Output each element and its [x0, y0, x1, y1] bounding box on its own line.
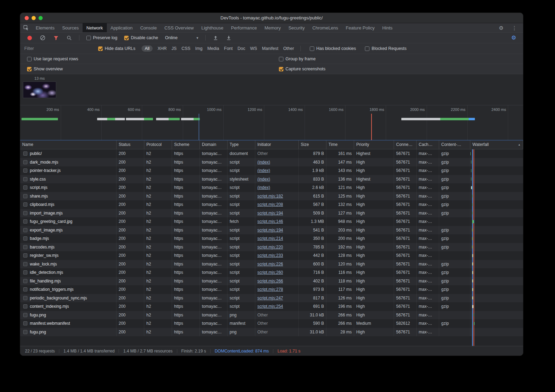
request-row-fugu-png[interactable]: fugu.png200h2httpstomayac…pngOther31.0 k… — [20, 328, 523, 337]
request-row-public[interactable]: public/200h2httpstomayac…documentOther87… — [20, 149, 523, 158]
throttling-select[interactable]: Online ▾ — [165, 35, 198, 40]
column-header-name[interactable]: Name — [20, 140, 117, 149]
request-row-badge-mjs[interactable]: badge.mjs200h2httpstomayac…scriptscript.… — [20, 234, 523, 243]
request-row-manifest-webmanifest[interactable]: manifest.webmanifest200h2httpstomayac…ma… — [20, 319, 523, 328]
timeline-overview[interactable]: 200 ms400 ms600 ms800 ms1000 ms1200 ms14… — [20, 105, 523, 140]
import-har-icon[interactable] — [223, 35, 235, 41]
initiator-link[interactable]: (index) — [257, 177, 270, 182]
initiator-link[interactable]: script.mjs:194 — [257, 228, 283, 233]
column-header-time[interactable]: Time — [326, 140, 354, 149]
request-row-share-mjs[interactable]: share.mjs200h2httpstomayac…scriptscript.… — [20, 192, 523, 201]
column-header-priority[interactable]: Priority — [354, 140, 394, 149]
initiator-link[interactable]: script.mjs:226 — [257, 262, 283, 267]
column-header-size[interactable]: Size — [299, 140, 326, 149]
tab-hints[interactable]: Hints — [378, 23, 396, 32]
close-window-button[interactable] — [25, 16, 29, 20]
tab-application[interactable]: Application — [107, 23, 137, 32]
use-large-request-rows-checkbox[interactable]: Use large request rows — [27, 56, 78, 61]
filter-pill-media[interactable]: Media — [207, 46, 219, 51]
request-row-notification-triggers-mjs[interactable]: notification_triggers.mjs200h2httpstomay… — [20, 285, 523, 294]
request-row-barcodes-mjs[interactable]: barcodes.mjs200h2httpstomayac…scriptscri… — [20, 243, 523, 252]
column-header-conne[interactable]: Conne… — [394, 140, 417, 149]
request-row-dark-mode-mjs[interactable]: dark_mode.mjs200h2httpstomayac…script(in… — [20, 158, 523, 167]
filter-pill-css[interactable]: CSS — [181, 46, 190, 51]
tab-chromelens[interactable]: ChromeLens — [308, 23, 342, 32]
initiator-link[interactable]: script.mjs:233 — [257, 253, 283, 258]
initiator-link[interactable]: script.mjs:208 — [257, 202, 283, 207]
settings-gear-icon[interactable]: ⚙ — [495, 25, 507, 31]
request-row-periodic-background-sync-mjs[interactable]: periodic_background_sync.mjs200h2httpsto… — [20, 294, 523, 303]
request-row-file-handling-mjs[interactable]: file_handling.mjs200h2httpstomayac…scrip… — [20, 277, 523, 286]
column-header-protocol[interactable]: Protocol — [144, 140, 172, 149]
initiator-link[interactable]: (index) — [257, 160, 270, 165]
tab-performance[interactable]: Performance — [227, 23, 261, 32]
blocked-requests-checkbox[interactable]: Blocked Requests — [365, 46, 407, 51]
clear-network-log-icon[interactable] — [37, 35, 49, 41]
group-by-frame-checkbox[interactable]: Group by frame — [279, 56, 316, 61]
filter-pill-all[interactable]: All — [142, 45, 153, 52]
request-row-fugu-png[interactable]: fugu.png200h2httpstomayac…pngOther31.0 k… — [20, 311, 523, 320]
tab-lighthouse[interactable]: Lighthouse — [197, 23, 227, 32]
search-icon[interactable] — [63, 35, 75, 41]
request-row-import-image-mjs[interactable]: import_image.mjs200h2httpstomayac…script… — [20, 209, 523, 218]
filter-pill-doc[interactable]: Doc — [238, 46, 245, 51]
request-row-style-css[interactable]: style.css200h2httpstomayac…stylesheet(in… — [20, 175, 523, 184]
column-header-waterfall[interactable]: Waterfall▲ — [470, 140, 523, 149]
initiator-link[interactable]: script.mjs:194 — [257, 211, 283, 216]
filter-pill-other[interactable]: Other — [283, 46, 294, 51]
export-har-icon[interactable] — [210, 35, 222, 41]
initiator-link[interactable]: script.mjs:247 — [257, 296, 283, 300]
request-row-fugu-greeting-card-jpg[interactable]: fugu_greeting_card.jpg200h2httpstomayac…… — [20, 217, 523, 226]
request-row-wake-lock-mjs[interactable]: wake_lock.mjs200h2httpstomayac…scriptscr… — [20, 260, 523, 269]
initiator-link[interactable]: (index) — [257, 168, 270, 173]
tab-elements[interactable]: Elements — [32, 23, 58, 32]
filter-pill-js[interactable]: JS — [172, 46, 177, 51]
request-row-idle-detection-mjs[interactable]: idle_detection.mjs200h2httpstomayac…scri… — [20, 268, 523, 277]
initiator-link[interactable]: script.mjs:214 — [257, 236, 283, 241]
column-header-cach[interactable]: Cach… — [417, 140, 439, 149]
tab-css-overview[interactable]: CSS Overview — [161, 23, 198, 32]
column-header-content[interactable]: Content-… — [439, 140, 470, 149]
tab-security[interactable]: Security — [284, 23, 308, 32]
request-row-content-indexing-mjs[interactable]: content_indexing.mjs200h2httpstomayac…sc… — [20, 302, 523, 311]
tab-memory[interactable]: Memory — [261, 23, 284, 32]
inspect-element-icon[interactable] — [20, 23, 32, 32]
request-row-export-image-mjs[interactable]: export_image.mjs200h2httpstomayac…script… — [20, 226, 523, 235]
column-header-initiator[interactable]: Initiator — [255, 140, 299, 149]
initiator-link[interactable]: script.mjs:266 — [257, 279, 283, 284]
filter-pill-font[interactable]: Font — [224, 46, 233, 51]
more-options-icon[interactable]: ⋮ — [509, 25, 520, 31]
request-row-pointer-tracker-js[interactable]: pointer-tracker.js200h2httpstomayac…scri… — [20, 166, 523, 175]
disable-cache-checkbox[interactable]: Disable cache — [124, 35, 158, 40]
initiator-link[interactable]: script.mjs:278 — [257, 287, 283, 292]
column-header-scheme[interactable]: Scheme — [172, 140, 200, 149]
capture-screenshots-checkbox[interactable]: Capture screenshots — [279, 67, 325, 71]
initiator-link[interactable]: script.mjs:260 — [257, 270, 283, 275]
zoom-window-button[interactable] — [39, 16, 43, 20]
initiator-link[interactable]: script.mjs:220 — [257, 245, 283, 250]
network-settings-gear-icon[interactable]: ⚙ — [508, 35, 520, 41]
filmstrip-frame-thumbnail[interactable] — [23, 81, 56, 98]
request-row-register-sw-mjs[interactable]: register_sw.mjs200h2httpstomayac…scripts… — [20, 251, 523, 260]
filter-input[interactable] — [24, 46, 92, 51]
minimize-window-button[interactable] — [32, 16, 36, 20]
has-blocked-cookies-checkbox[interactable]: Has blocked cookies — [310, 46, 356, 51]
hide-data-urls-checkbox[interactable]: Hide data URLs — [98, 46, 135, 51]
request-row-script-mjs[interactable]: script.mjs200h2httpstomayac…script(index… — [20, 183, 523, 192]
tab-sources[interactable]: Sources — [58, 23, 83, 32]
filter-funnel-icon[interactable] — [50, 35, 62, 41]
column-header-domain[interactable]: Domain — [200, 140, 228, 149]
filter-pill-xhr[interactable]: XHR — [157, 46, 166, 51]
titlebar[interactable]: DevTools - tomayac.github.io/fugu-greeti… — [20, 13, 523, 23]
preserve-log-checkbox[interactable]: Preserve log — [86, 35, 117, 40]
column-header-status[interactable]: Status — [117, 140, 144, 149]
column-header-type[interactable]: Type — [228, 140, 255, 149]
initiator-link[interactable]: script.mjs:182 — [257, 194, 283, 199]
initiator-link[interactable]: (index) — [257, 185, 270, 190]
filter-pill-ws[interactable]: WS — [250, 46, 257, 51]
tab-network[interactable]: Network — [83, 23, 107, 32]
record-network-log-button[interactable] — [24, 36, 35, 40]
initiator-link[interactable]: script.mjs:254 — [257, 304, 283, 309]
tab-console[interactable]: Console — [136, 23, 161, 32]
filter-pill-manifest[interactable]: Manifest — [262, 46, 278, 51]
